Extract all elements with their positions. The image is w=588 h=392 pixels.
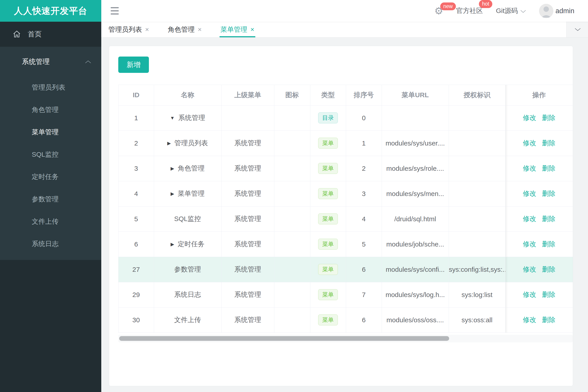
table-header-row: ID 名称 上级菜单 图标 类型 排序号 菜单URL 授权标识 操作 bbox=[119, 85, 573, 105]
cell-type: 菜单 bbox=[310, 257, 346, 282]
new-badge: new bbox=[440, 2, 456, 10]
sidebar-group-title[interactable]: 系统管理 bbox=[0, 47, 101, 76]
menu-name: 系统管理 bbox=[178, 114, 205, 121]
sidebar-item-文件上传[interactable]: 文件上传 bbox=[0, 210, 101, 233]
table-row[interactable]: 4▶菜单管理系统管理菜单3modules/sys/men...修改删除 bbox=[119, 181, 573, 206]
tab-overflow-button[interactable] bbox=[566, 22, 588, 37]
sidebar-home-label: 首页 bbox=[28, 30, 42, 39]
cell-url: modules/oss/oss.... bbox=[382, 307, 449, 332]
sidebar-item-SQL监控[interactable]: SQL监控 bbox=[0, 143, 101, 166]
cell-order: 3 bbox=[346, 181, 382, 206]
tab-label: 菜单管理 bbox=[220, 25, 247, 34]
settings-button[interactable]: ⚙ new bbox=[434, 6, 443, 16]
col-header-url: 菜单URL bbox=[382, 85, 449, 105]
tabbar: 管理员列表 × 角色管理 × 菜单管理 × bbox=[101, 22, 588, 38]
type-badge: 菜单 bbox=[318, 289, 338, 300]
sidebar-item-角色管理[interactable]: 角色管理 bbox=[0, 98, 101, 121]
close-icon[interactable]: × bbox=[198, 26, 202, 33]
tab-role-management[interactable]: 角色管理 × bbox=[167, 22, 203, 37]
cell-perms: sys:config:list,sys:... bbox=[449, 257, 505, 282]
avatar bbox=[539, 4, 553, 18]
delete-link[interactable]: 删除 bbox=[542, 316, 555, 324]
table-row[interactable]: 1▼系统管理目录0修改删除 bbox=[119, 105, 573, 130]
col-header-perms: 授权标识 bbox=[449, 85, 505, 105]
horizontal-scrollbar[interactable] bbox=[118, 335, 573, 342]
sidebar-item-参数管理[interactable]: 参数管理 bbox=[0, 188, 101, 210]
chevron-down-icon bbox=[574, 28, 581, 32]
menu-table: ID 名称 上级菜单 图标 类型 排序号 菜单URL 授权标识 操作 bbox=[118, 85, 573, 333]
sidebar-toggle-icon[interactable] bbox=[111, 7, 119, 14]
table-row[interactable]: 2▶管理员列表系统管理菜单1modules/sys/user....修改删除 bbox=[119, 130, 573, 156]
table-row[interactable]: 30文件上传系统管理菜单6modules/oss/oss....sys:oss:… bbox=[119, 307, 573, 332]
edit-link[interactable]: 修改 bbox=[523, 215, 536, 222]
tree-collapsed-icon[interactable]: ▶ bbox=[171, 191, 174, 196]
cell-name: SQL监控 bbox=[154, 206, 221, 232]
cell-type: 菜单 bbox=[310, 307, 346, 332]
cell-id: 5 bbox=[119, 206, 154, 232]
cell-order: 5 bbox=[346, 232, 382, 257]
tab-admin-list[interactable]: 管理员列表 × bbox=[108, 22, 150, 37]
tree-collapsed-icon[interactable]: ▶ bbox=[167, 140, 171, 146]
delete-link[interactable]: 删除 bbox=[542, 190, 555, 197]
close-icon[interactable]: × bbox=[145, 26, 149, 33]
tree-expanded-icon[interactable]: ▼ bbox=[170, 115, 175, 120]
cell-url bbox=[382, 105, 449, 130]
add-button[interactable]: 新增 bbox=[118, 56, 149, 73]
cell-actions: 修改删除 bbox=[505, 130, 573, 156]
delete-link[interactable]: 删除 bbox=[542, 215, 555, 222]
cell-id: 30 bbox=[119, 307, 154, 332]
cell-icon bbox=[274, 130, 310, 156]
scrollbar-thumb[interactable] bbox=[119, 336, 449, 341]
delete-link[interactable]: 删除 bbox=[542, 266, 555, 273]
close-icon[interactable]: × bbox=[250, 26, 254, 33]
cell-perms bbox=[449, 232, 505, 257]
sidebar-item-home[interactable]: 首页 bbox=[0, 22, 101, 47]
delete-link[interactable]: 删除 bbox=[542, 139, 555, 146]
cell-icon bbox=[274, 282, 310, 307]
edit-link[interactable]: 修改 bbox=[523, 291, 536, 298]
type-badge: 菜单 bbox=[318, 138, 338, 149]
user-menu[interactable]: admin bbox=[539, 4, 574, 18]
menu-name: 文件上传 bbox=[174, 316, 201, 324]
edit-link[interactable]: 修改 bbox=[523, 240, 536, 248]
table-row[interactable]: 3▶角色管理系统管理菜单2modules/sys/role....修改删除 bbox=[119, 156, 573, 181]
menu-name: 角色管理 bbox=[178, 164, 205, 172]
edit-link[interactable]: 修改 bbox=[523, 139, 536, 146]
community-link[interactable]: 官方社区 hot bbox=[456, 6, 483, 16]
sidebar-group-label: 系统管理 bbox=[22, 57, 50, 66]
edit-link[interactable]: 修改 bbox=[523, 316, 536, 324]
type-badge: 菜单 bbox=[318, 188, 338, 199]
sidebar-item-系统日志[interactable]: 系统日志 bbox=[0, 233, 101, 255]
table-row[interactable]: 29系统日志系统管理菜单7modules/sys/log.h...sys:log… bbox=[119, 282, 573, 307]
delete-link[interactable]: 删除 bbox=[542, 240, 555, 248]
edit-link[interactable]: 修改 bbox=[523, 164, 536, 172]
delete-link[interactable]: 删除 bbox=[542, 291, 555, 298]
sidebar-item-管理员列表[interactable]: 管理员列表 bbox=[0, 76, 101, 98]
delete-link[interactable]: 删除 bbox=[542, 114, 555, 121]
git-source-menu[interactable]: Git源码 bbox=[496, 6, 526, 16]
sidebar-item-菜单管理[interactable]: 菜单管理 bbox=[0, 121, 101, 143]
cell-type: 菜单 bbox=[310, 181, 346, 206]
cell-name: 参数管理 bbox=[154, 257, 221, 282]
cell-id: 2 bbox=[119, 130, 154, 156]
community-label: 官方社区 bbox=[456, 6, 483, 16]
cell-perms bbox=[449, 130, 505, 156]
edit-link[interactable]: 修改 bbox=[523, 114, 536, 121]
cell-perms: sys:oss:all bbox=[449, 307, 505, 332]
tree-collapsed-icon[interactable]: ▶ bbox=[171, 166, 174, 171]
table-row[interactable]: 6▶定时任务系统管理菜单5modules/job/sche...修改删除 bbox=[119, 232, 573, 257]
delete-link[interactable]: 删除 bbox=[542, 164, 555, 172]
cell-order: 0 bbox=[346, 105, 382, 130]
table-row[interactable]: 27参数管理系统管理菜单6modules/sys/confi...sys:con… bbox=[119, 257, 573, 282]
tree-collapsed-icon[interactable]: ▶ bbox=[171, 242, 174, 247]
cell-name: 系统日志 bbox=[154, 282, 221, 307]
table-row[interactable]: 5SQL监控系统管理菜单4/druid/sql.html修改删除 bbox=[119, 206, 573, 232]
sidebar-item-定时任务[interactable]: 定时任务 bbox=[0, 166, 101, 188]
menu-name: SQL监控 bbox=[174, 215, 201, 222]
edit-link[interactable]: 修改 bbox=[523, 190, 536, 197]
cell-icon bbox=[274, 257, 310, 282]
tab-menu-management[interactable]: 菜单管理 × bbox=[220, 22, 255, 37]
cell-name: ▶管理员列表 bbox=[154, 130, 221, 156]
cell-parent: 系统管理 bbox=[221, 181, 274, 206]
edit-link[interactable]: 修改 bbox=[523, 266, 536, 273]
